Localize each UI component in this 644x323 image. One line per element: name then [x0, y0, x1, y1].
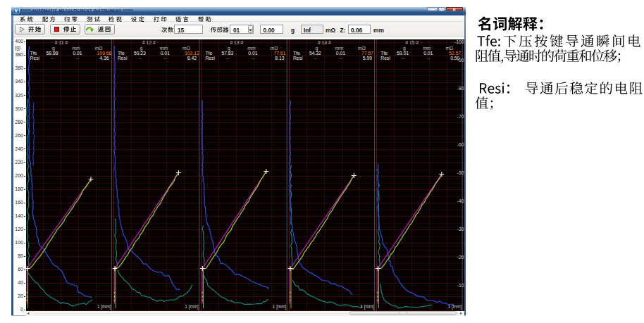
svg-text:-90: -90 [457, 58, 464, 63]
svg-text:-10: -10 [457, 282, 464, 287]
svg-text:--: -- [163, 56, 167, 61]
svg-text:--: -- [138, 56, 142, 61]
svg-text:8.42: 8.42 [187, 56, 196, 61]
svg-text:-40: -40 [457, 198, 464, 203]
svg-text:5.99: 5.99 [362, 56, 371, 61]
svg-text:# 14 #: # 14 # [317, 39, 330, 44]
svg-text:--: -- [225, 56, 229, 61]
svg-text:Resi: Resi [380, 56, 390, 61]
svg-text:-30: -30 [457, 226, 464, 231]
svg-text:-60: -60 [457, 142, 464, 147]
svg-text:--: -- [251, 56, 254, 61]
svg-text:Resi: Resi [205, 56, 215, 61]
svg-text:1 [mm]: 1 [mm] [447, 303, 462, 309]
svg-text:# 15 #: # 15 # [405, 39, 419, 44]
svg-text:1 [mm]: 1 [mm] [185, 303, 199, 309]
svg-text:Resi: Resi [117, 56, 127, 61]
svg-text:4.36: 4.36 [99, 56, 109, 61]
svg-text:1 [mm]: 1 [mm] [272, 303, 286, 309]
svg-text:1 [mm]: 1 [mm] [360, 303, 374, 309]
svg-text:--: -- [50, 56, 54, 61]
svg-text:--: -- [314, 56, 317, 61]
svg-text:--: -- [426, 56, 430, 61]
svg-text:# 12 #: # 12 # [142, 39, 155, 44]
svg-text:-80: -80 [457, 86, 464, 91]
svg-text:-50: -50 [457, 170, 464, 175]
svg-text:--: -- [75, 56, 79, 61]
svg-text:8.13: 8.13 [275, 56, 284, 61]
svg-text:--: -- [401, 56, 404, 61]
svg-text:-70: -70 [457, 114, 464, 119]
svg-text:# 13 #: # 13 # [230, 39, 243, 44]
svg-text:--: -- [339, 56, 342, 61]
svg-text:-20: -20 [457, 254, 464, 259]
svg-text:1 [mm]: 1 [mm] [97, 303, 111, 309]
svg-text:Resi: Resi [30, 56, 39, 61]
svg-text:Resi: Resi [292, 56, 302, 61]
svg-text:-100: -100 [454, 39, 464, 44]
svg-text:# 11 #: # 11 # [54, 39, 68, 44]
